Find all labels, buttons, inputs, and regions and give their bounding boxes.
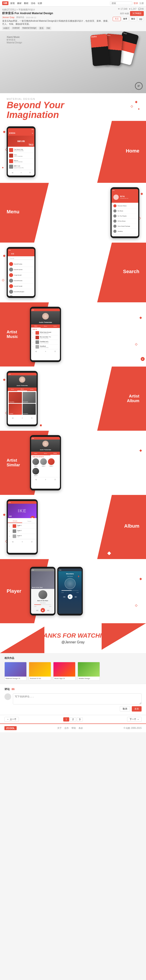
article-description: 某音乐App界面，一套完整的Android Material Design设计风… [2,19,111,25]
artist-name-label: Justin Timberlake [32,321,59,324]
search-result: Darrell Susley [8,261,34,267]
tag-android[interactable]: Android [11,27,21,30]
submit-comment-button[interactable]: 发表 [132,706,141,711]
tag-music[interactable]: 音乐 [39,27,45,30]
menu-item: My Music [112,208,138,213]
comments-count: 86 [141,8,144,10]
deco-corner-left [0,627,44,653]
search-result: Darrell Gerald [8,283,34,289]
home-list-item: Mirrors Justin Timberlake [8,159,34,164]
login-link[interactable]: 登录 [133,2,138,5]
artist-similar-label: ArtistSimilar [6,458,24,468]
player-label: Player [6,588,24,594]
related-item[interactable]: Material Design UI [5,662,27,681]
player-phone-2: ●●● Mountains Artist Name 2:104:02 [57,567,83,616]
hero-section: Xiami Music 虾米音乐 Material Design IF 虾米音乐… [0,31,146,93]
site-footer: ZCOOL 关于 合作 帮助 条款 © 站酷 2006-2015 [0,724,146,732]
tag-material[interactable]: Material Design [21,27,37,30]
follow-button[interactable]: 关注 [113,17,121,21]
deco-corner-right [102,623,146,650]
hero-phones: 虾米音乐 Menu Player [91,35,141,65]
menu-item: Store Detail Package [112,224,138,229]
register-link[interactable]: 注册 [140,2,144,5]
hero-phone-1: 虾米音乐 [90,34,110,66]
menu-phone: ●●● 用户名 user@email.com Di [111,187,140,238]
related-info-1: Material Design UI [5,676,26,680]
home-list-item: 推荐: 51次 Special Volume Mix [8,164,34,170]
site-logo[interactable]: 站酷 [2,1,8,5]
nav-activity[interactable]: 活动 [31,2,35,5]
search-screen: ●●● ← 搜索 Darrell Darrell Susley Darre [8,249,34,296]
home-label: Home [41,148,140,154]
related-item[interactable]: Mobile Design [78,662,100,681]
home-app-title: 虾米音乐 [9,132,15,134]
article-actions: 👁 17,548 ♥ 1,247 💬 86 推荐 51次 为TA喝彩 关注 [113,8,144,21]
deco-diamond-1 [135,100,137,104]
big-heading: Beyond Your Imagination [6,100,140,120]
menu-screen: ●●● 用户名 user@email.com Di [112,189,138,236]
footer-link-about[interactable]: 关于 [57,727,62,730]
search-result: Craig Darrell [8,272,34,278]
search-input[interactable] [110,1,132,5]
nav-community[interactable]: 社群 [38,2,42,5]
page-nav: ← 上一个 1 2 3 下一个 → [0,715,146,724]
footer-link-terms[interactable]: 条款 [79,727,83,730]
related-item[interactable]: Music App UI [53,662,75,681]
article-title: 虾米音乐 For Android Material Design [2,11,111,15]
comments-stat: 💬 86 [138,8,144,10]
footer-link-partner[interactable]: 合作 [64,727,69,730]
likes-stat: ♥ 1,247 [129,8,136,10]
qq-button[interactable]: QQ [138,17,144,21]
nav-find[interactable]: 发现 [10,2,14,5]
player-screen-2: ●●● Mountains Artist Name 2:104:02 [58,569,82,614]
menu-item: Off line Music [112,219,138,224]
related-item[interactable]: Android UI Kit [29,662,51,681]
artist-similar-phone: ●●● Justin Timberlake Music Album Simila… [30,435,61,490]
footer-links: 关于 合作 帮助 条款 [57,727,83,730]
footer-logo: ZCOOL [5,726,17,730]
album-bottom-nav: ◁ ○ □ [8,539,37,544]
page-wrapper: 站酷 发现 素材 教程 活动 社群 登录 注册 站酷(ZCOOL) > 平面/插… [0,0,146,732]
artist-similar-screen: ●●● Justin Timberlake Music Album Simila… [31,437,60,489]
search-result: Rex [8,294,34,296]
comments-icon: 💬 [138,8,141,10]
views-count: 17,548 [120,8,127,10]
page-2-button[interactable]: 2 [70,717,76,722]
artist-album-bottom-nav: ◁ ○ □ [8,416,37,420]
related-section: 相关作品 Material Design UI Android UI Kit M… [0,653,146,684]
artist-music-screen: ●●● Justin Timberlake Music Album Simila… [31,309,60,360]
footer-link-help[interactable]: 帮助 [71,727,76,730]
appreciate-button[interactable]: 为TA喝彩 [130,11,144,16]
home-section: ●●● 虾米音乐 ≡ 独家 好歌 TKO [0,121,146,183]
search-section: ●●● ← 搜索 Darrell Darrell Susley Darre [0,243,146,302]
related-title: 相关作品 [5,656,141,660]
weibo-button[interactable]: 微博 [122,17,129,21]
artist-album-label: ArtistAlbum [43,394,140,404]
page-3-button[interactable]: 3 [77,717,83,722]
deco-diamond-3 [138,107,140,110]
nav-tutorial[interactable]: 教程 [24,2,29,5]
comment-input[interactable] [13,694,141,705]
publish-date: 2015-06-12 [26,16,36,19]
comments-count: 86 [11,688,14,691]
album-screen: ●●● IKE IKE ▶ All tracks Popular [8,501,37,553]
author-name[interactable]: Jenner Gray [2,16,14,19]
article-header: 站酷(ZCOOL) > 平面/插图/VI设计 虾米音乐 For Android … [0,6,146,31]
prev-page-button[interactable]: ← 上一个 [5,717,19,722]
next-page-button[interactable]: 下一个 → [127,717,141,722]
tag-app[interactable]: App [45,27,51,30]
page-numbers: 1 2 3 [63,717,83,722]
menu-item: No The Playlist [112,213,138,219]
author-original: 原创作品 [16,16,24,19]
wechat-button[interactable]: 微信 [130,17,137,21]
page-1-button[interactable]: 1 [63,717,69,722]
nav-material[interactable]: 素材 [17,2,21,5]
watermark: IF [135,82,143,90]
related-info-4: Mobile Design [78,676,99,680]
social-buttons: 微博 微信 QQ [122,17,144,21]
cancel-comment-button[interactable]: 取消 [120,706,130,711]
breadcrumb: 站酷(ZCOOL) > 平面/插图/VI设计 [2,8,111,11]
tag-ui[interactable]: UI设计 [2,27,10,30]
artist-album-section: ●●● Justin Timberlake Music Album Simila… [0,366,146,431]
home-list-item: TKO Justin Timberlake [8,153,34,159]
